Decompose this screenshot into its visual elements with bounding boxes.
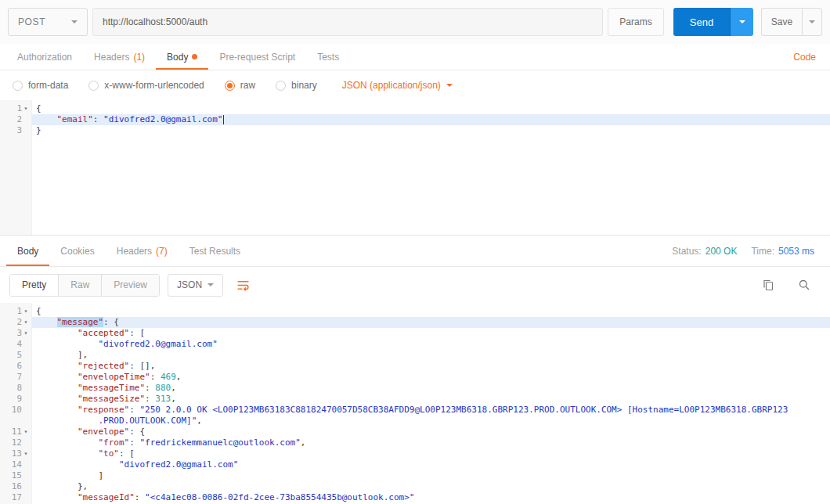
tab-headers[interactable]: Headers (1) [83, 44, 156, 70]
line-number[interactable]: 2▾ [0, 317, 31, 328]
view-pretty-button[interactable]: Pretty [10, 275, 59, 296]
code-line-13[interactable]: 13▾ "to": [ [0, 448, 830, 459]
response-tab-body[interactable]: Body [6, 236, 49, 266]
send-dropdown-button[interactable] [730, 8, 753, 36]
radio-icon[interactable] [13, 81, 23, 91]
tab-authorization[interactable]: Authorization [6, 44, 83, 70]
line-number[interactable]: 4 [0, 339, 31, 350]
code-line-8[interactable]: 8 "messageTime": 880, [0, 383, 830, 394]
line-number[interactable]: 1▾ [0, 306, 31, 317]
fold-caret-icon[interactable]: ▾ [22, 427, 30, 437]
line-number[interactable]: 1▾ [0, 103, 31, 114]
code-line-5[interactable]: 5 ], [0, 350, 830, 361]
save-button[interactable]: Save [761, 8, 802, 36]
code-line-17[interactable]: 17 "messageId": "<c4a1ec08-0086-02fd-2ce… [0, 492, 830, 503]
code-line-1[interactable]: 1▾{ [0, 103, 830, 114]
code-token: "envelopeTime" [78, 372, 150, 382]
code-line-12[interactable]: 12 "from": "fredrickemmanuelc@outlook.co… [0, 437, 830, 448]
code-line-4[interactable]: 4 "divofred2.0@gmail.com" [0, 339, 830, 350]
response-tab-headers[interactable]: Headers (7) [106, 236, 179, 266]
tab-tests[interactable]: Tests [306, 44, 350, 70]
code-link[interactable]: Code [785, 44, 824, 70]
code-token [36, 339, 98, 349]
content-type-dropdown[interactable]: JSON (application/json) [342, 80, 453, 91]
url-input[interactable] [92, 8, 603, 36]
params-button[interactable]: Params [608, 8, 664, 36]
copy-icon[interactable] [756, 274, 780, 297]
tab-pre-request-script[interactable]: Pre-request Script [208, 44, 306, 70]
code-line-7[interactable]: 7 "envelopeTime": 469, [0, 372, 830, 383]
code-line-1[interactable]: 1▾{ [0, 306, 830, 317]
line-number[interactable]: 3 [0, 125, 31, 136]
response-body-editor[interactable]: 1▾{2▾ "message": {3▾ "accepted": [4 "div… [0, 303, 830, 504]
response-tab-test-results[interactable]: Test Results [179, 236, 251, 266]
radio-icon[interactable] [276, 81, 286, 91]
code-text: "messageSize": 313, [31, 394, 830, 405]
code-line-11[interactable]: 11▾ "envelope": { [0, 427, 830, 437]
request-url-bar: POST Params Send Save [0, 0, 830, 44]
code-line-10[interactable]: 10 "response": "250 2.0.0 OK <LO0P123MB6… [0, 405, 830, 416]
radio-selected-icon[interactable] [225, 81, 235, 91]
body-type-binary[interactable]: binary [276, 80, 317, 91]
view-raw-button[interactable]: Raw [59, 275, 102, 296]
code-token: ] [36, 470, 103, 481]
code-token: , [171, 383, 176, 393]
line-number[interactable]: 15 [0, 470, 31, 481]
code-token: "from" [98, 437, 129, 448]
fold-caret-icon[interactable]: ▾ [22, 448, 30, 459]
radio-icon[interactable] [88, 81, 99, 91]
code-line-2[interactable]: 2▾ "message": { [0, 317, 830, 328]
line-number[interactable]: 17 [0, 492, 31, 503]
body-type-x-www-form-urlencoded[interactable]: x-www-form-urlencoded [88, 80, 204, 91]
line-number[interactable]: 16 [0, 481, 31, 492]
code-line-15[interactable]: 15 ] [0, 470, 830, 481]
line-number[interactable]: 8 [0, 383, 31, 394]
code-token [36, 383, 78, 393]
wrap-text-icon[interactable] [231, 274, 254, 297]
code-line-6[interactable]: 6 "rejected": [], [0, 361, 830, 372]
fold-caret-icon[interactable]: ▾ [22, 103, 30, 114]
code-token: } [36, 125, 42, 135]
fold-caret-icon[interactable]: ▾ [22, 328, 30, 339]
request-body-editor[interactable]: 1▾{2 "email": "divofred2.0@gmail.com"3} [0, 100, 830, 235]
code-line-14[interactable]: 14 "divofred2.0@gmail.com" [0, 459, 830, 470]
code-token: : [145, 394, 155, 404]
line-number[interactable]: 13▾ [0, 448, 31, 459]
code-line-3[interactable]: 3} [0, 125, 830, 136]
save-dropdown-button[interactable] [802, 8, 822, 36]
method-dropdown[interactable]: POST [8, 8, 88, 36]
code-token: : [135, 492, 145, 502]
code-line-3[interactable]: 3▾ "accepted": [ [0, 328, 830, 339]
code-token: "<c4a1ec08-0086-02fd-2cee-73ba8554435b@o… [145, 492, 414, 502]
code-token [36, 459, 119, 470]
fold-caret-icon[interactable]: ▾ [22, 306, 30, 317]
body-type-raw[interactable]: raw [225, 80, 255, 91]
line-number[interactable]: 3▾ [0, 328, 31, 339]
line-number[interactable]: 10 [0, 405, 31, 416]
line-number[interactable]: 7 [0, 372, 31, 383]
code-line-16[interactable]: 16 }, [0, 481, 830, 492]
send-button[interactable]: Send [673, 8, 730, 36]
line-number[interactable]: 11▾ [0, 427, 31, 437]
code-line-10-wrap[interactable]: .PROD.OUTLOOK.COM]", [0, 416, 830, 427]
line-number[interactable]: 14 [0, 459, 31, 470]
line-number[interactable]: 6 [0, 361, 31, 372]
line-number[interactable]: 9 [0, 394, 31, 405]
fold-caret-icon[interactable]: ▾ [22, 317, 30, 328]
line-number[interactable]: 2 [0, 114, 31, 125]
response-format-dropdown[interactable]: JSON [168, 274, 223, 297]
view-preview-button[interactable]: Preview [102, 275, 159, 296]
response-tab-cookies[interactable]: Cookies [49, 236, 105, 266]
code-line-2[interactable]: 2 "email": "divofred2.0@gmail.com" [0, 114, 830, 125]
line-number[interactable]: 12 [0, 437, 31, 448]
time-value: 5053 ms [778, 246, 814, 257]
body-type-form-data[interactable]: form-data [13, 80, 68, 91]
tab-body[interactable]: Body [156, 44, 208, 70]
tab-label: Pre-request Script [219, 52, 295, 63]
search-icon[interactable] [792, 274, 816, 297]
code-token [36, 328, 78, 338]
status-value: 200 OK [706, 246, 738, 257]
line-number[interactable]: 5 [0, 350, 31, 361]
code-line-9[interactable]: 9 "messageSize": 313, [0, 394, 830, 405]
code-token: }, [36, 481, 88, 491]
